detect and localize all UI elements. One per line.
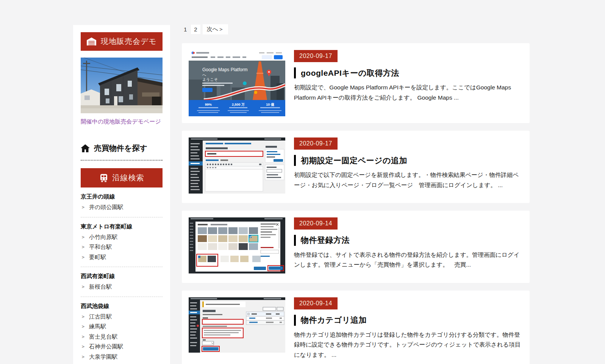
- post-title: 物件カテゴリ追加: [301, 315, 367, 325]
- post-date-badge: 2020-09-17: [294, 50, 338, 62]
- thumb-stat-2: 2,500 万: [232, 103, 245, 106]
- post-card: 2020-09-17 初期設定ー固定ページの追加 初期設定で以下の固定ページを新…: [182, 131, 530, 203]
- station-label: 平和台駅: [89, 244, 112, 250]
- station-label: 練馬駅: [89, 323, 106, 330]
- station-label: 新桜台駅: [89, 284, 112, 290]
- post-body: 2020-09-17 googleAPIキーの取得方法 初期設定で、Google…: [294, 50, 523, 109]
- post-excerpt: 物件カテゴリ追加物件カテゴリは登録した物件をカテゴリ分けする分類です。物件登録時…: [294, 330, 521, 360]
- chevron-right-icon: ＞: [81, 324, 86, 329]
- post-title-link[interactable]: googleAPIキーの取得方法: [294, 67, 523, 78]
- post-excerpt: 物件登録では、サイトで表示される物件の登録方法を紹介します。管理画面にログインし…: [294, 250, 521, 270]
- station-link[interactable]: ＞要町駅: [81, 254, 163, 261]
- divider: [81, 160, 163, 161]
- chevron-right-icon: ＞: [81, 284, 86, 289]
- sales-event-photo[interactable]: [81, 58, 163, 113]
- post-card: 2020-09-14 物件カテゴリ追加 物件カテゴリ追加物件カテゴリは登録した物…: [182, 291, 530, 364]
- line-name: 京王井の頭線: [81, 193, 163, 200]
- station-label: 大泉学園駅: [89, 354, 117, 360]
- property-search-heading-label: 売買物件を探す: [94, 143, 147, 153]
- home-icon: [81, 144, 90, 152]
- post-thumbnail-wp-media-library[interactable]: [189, 217, 285, 273]
- chevron-right-icon: ＞: [81, 344, 86, 349]
- line-name: 東京メトロ有楽町線: [81, 223, 163, 230]
- blog-list: 1 2 次へ＞: [182, 24, 530, 364]
- thumb-hero-line3: ようこそ: [202, 77, 218, 81]
- chevron-right-icon: ＞: [81, 255, 86, 260]
- station-link[interactable]: ＞石神井公園駅: [81, 344, 163, 350]
- line-search-label: 沿線検索: [113, 173, 144, 183]
- post-thumbnail-wp-page-editor[interactable]: [189, 137, 285, 194]
- title-accent-bar: [294, 67, 296, 78]
- post-thumbnail-wp-categories[interactable]: [189, 297, 285, 353]
- thumb-stat-1: 99%: [205, 103, 212, 106]
- line-group-seibu-yurakucho: 西武有楽町線 ＞新桜台駅: [81, 267, 163, 297]
- sales-event-demo-banner[interactable]: 現地販売会デモ: [81, 32, 163, 51]
- sales-event-demo-label: 現地販売会デモ: [101, 36, 157, 47]
- post-body: 2020-09-14 物件カテゴリ追加 物件カテゴリ追加物件カテゴリは登録した物…: [294, 297, 523, 364]
- station-label: 小竹向原駅: [89, 234, 117, 241]
- station-link[interactable]: ＞江古田駅: [81, 314, 163, 320]
- post-body: 2020-09-17 初期設定ー固定ページの追加 初期設定で以下の固定ページを新…: [294, 137, 523, 196]
- station-label: 江古田駅: [89, 314, 112, 320]
- thumb-stat-3: 10 億: [266, 103, 275, 106]
- station-label: 富士見台駅: [89, 334, 117, 340]
- station-link[interactable]: ＞練馬駅: [81, 323, 163, 330]
- station-link[interactable]: ＞大泉学園駅: [81, 354, 163, 360]
- station-label: 石神井公園駅: [89, 344, 123, 350]
- sidebar: 現地販売会デモ 開催中の現地販売会デモページ: [73, 25, 170, 364]
- chevron-right-icon: ＞: [81, 205, 86, 210]
- pagination: 1 2 次へ＞: [182, 24, 530, 34]
- title-accent-bar: [294, 315, 296, 326]
- station-label: 井の頭公園駅: [89, 204, 123, 211]
- post-card: 2020-09-14 物件登録方法 物件登録では、サイトで表示される物件の登録方…: [182, 211, 530, 283]
- post-title: 物件登録方法: [301, 235, 350, 245]
- title-accent-bar: [294, 235, 296, 246]
- station-label: 要町駅: [89, 254, 106, 261]
- pagination-next[interactable]: 次へ＞: [203, 24, 228, 34]
- post-title-link[interactable]: 物件カテゴリ追加: [294, 315, 523, 326]
- post-excerpt: 初期設定で、Google Maps Platform APIキーを設定します。こ…: [294, 83, 521, 103]
- post-date-badge: 2020-09-17: [294, 137, 338, 150]
- station-link[interactable]: ＞井の頭公園駅: [81, 204, 163, 211]
- line-name: 西武有楽町線: [81, 273, 163, 280]
- line-group-keio-inokashira: 京王井の頭線 ＞井の頭公園駅: [81, 187, 163, 217]
- line-name: 西武池袋線: [81, 303, 163, 310]
- post-body: 2020-09-14 物件登録方法 物件登録では、サイトで表示される物件の登録方…: [294, 217, 523, 276]
- pagination-page-2[interactable]: 2: [191, 25, 200, 34]
- property-search-heading: 売買物件を探す: [81, 143, 163, 153]
- post-card: Google Maps Platform へ ようこそ 99% 2,500 万 …: [182, 43, 530, 123]
- station-link[interactable]: ＞富士見台駅: [81, 334, 163, 340]
- post-date-badge: 2020-09-14: [294, 217, 338, 230]
- station-link[interactable]: ＞小竹向原駅: [81, 234, 163, 241]
- chevron-right-icon: ＞: [81, 314, 86, 319]
- post-title-link[interactable]: 初期設定ー固定ページの追加: [294, 155, 523, 166]
- post-excerpt: 初期設定で以下の固定ページを新規作成します。・物件検索結果ページ・物件詳細ページ…: [294, 170, 521, 190]
- post-title-link[interactable]: 物件登録方法: [294, 235, 523, 246]
- garage-icon: [86, 37, 97, 46]
- pagination-current-page: 1: [182, 25, 189, 34]
- chevron-right-icon: ＞: [81, 234, 86, 240]
- station-link[interactable]: ＞新桜台駅: [81, 284, 163, 290]
- post-title: googleAPIキーの取得方法: [301, 68, 399, 78]
- title-accent-bar: [294, 155, 296, 166]
- sales-event-demo-page-link[interactable]: 開催中の現地販売会デモページ: [81, 118, 161, 125]
- line-search-banner[interactable]: 沿線検索: [81, 168, 163, 187]
- train-icon: [99, 173, 108, 183]
- station-link[interactable]: ＞平和台駅: [81, 244, 163, 250]
- chevron-right-icon: ＞: [81, 354, 86, 359]
- chevron-right-icon: ＞: [81, 244, 86, 250]
- post-date-badge: 2020-09-14: [294, 297, 338, 309]
- thumb-hero-line1: Google Maps Platform: [202, 67, 247, 72]
- post-thumbnail-google-maps-platform[interactable]: Google Maps Platform へ ようこそ 99% 2,500 万 …: [189, 50, 285, 116]
- thumb-hero-line2: へ: [202, 73, 206, 77]
- line-group-seibu-ikebukuro: 西武池袋線 ＞江古田駅 ＞練馬駅 ＞富士見台駅 ＞石神井公園駅 ＞大泉学園駅: [81, 297, 163, 364]
- line-group-tokyo-metro-yurakucho: 東京メトロ有楽町線 ＞小竹向原駅 ＞平和台駅 ＞要町駅: [81, 217, 163, 267]
- post-title: 初期設定ー固定ページの追加: [301, 155, 407, 166]
- chevron-right-icon: ＞: [81, 334, 86, 339]
